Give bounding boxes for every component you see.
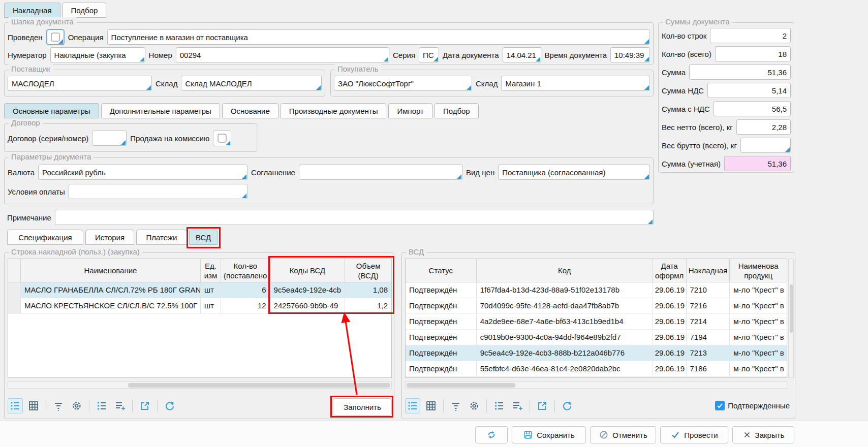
sum-field[interactable]: 51,36 [689, 65, 791, 80]
table-row[interactable]: МАСЛО КРЕСТЬЯНСКОЕ СЛ/СЛ.В/С 72.5% 100Г … [8, 298, 391, 314]
commission-checkbox[interactable] [213, 130, 231, 146]
table-grid-button[interactable] [26, 398, 41, 413]
tab-selection[interactable]: Подбор [63, 3, 107, 18]
save-button[interactable]: Сохранить [512, 426, 586, 443]
table-row[interactable]: Подтверждён 1f67fda4-b13d-423d-88a9-51f0… [406, 282, 787, 298]
confirmed-filter[interactable]: Подтвержденные [715, 401, 790, 410]
refresh-button[interactable] [475, 426, 508, 443]
row-selector-cell [8, 298, 21, 313]
sum-with-vat-field[interactable]: 56,5 [714, 101, 791, 116]
gross-weight-field[interactable] [740, 138, 791, 153]
col-invoice-header[interactable]: Накладная [687, 259, 730, 282]
contract-number-input[interactable] [92, 131, 127, 146]
doc-date-input[interactable]: 14.04.21 [503, 47, 541, 62]
fill-button[interactable]: Заполнить [333, 398, 392, 416]
price-type-input[interactable]: Поставщика (согласованная) [498, 165, 650, 180]
settings-button[interactable] [69, 398, 84, 413]
supplier-input[interactable]: МАСЛОДЕЛ [8, 76, 152, 91]
tab-invoice[interactable]: Накладная [4, 3, 60, 18]
col-product-header[interactable]: Наименова продукц [730, 259, 787, 282]
post-button[interactable]: Провести [660, 426, 728, 443]
posted-label: Проведен [8, 33, 43, 42]
agreement-input[interactable] [299, 165, 462, 180]
col-vsd-volume-header[interactable]: Объем (ВСД) [345, 259, 391, 282]
table-row[interactable]: МАСЛО ГРАНАБЕЛЛА СЛ/СЛ.72% РБ 180Г GRAN … [8, 282, 391, 298]
vsd-vertical-scrollbar[interactable] [788, 259, 794, 378]
confirmed-checkbox[interactable] [715, 401, 725, 410]
table-row[interactable]: Подтверждён 55efbfc4-d63e-46ea-81c4-2e08… [406, 361, 787, 377]
col-code-header[interactable]: Код [477, 259, 653, 282]
reload-button[interactable] [162, 398, 177, 413]
numbered-list-button[interactable] [94, 398, 109, 413]
numerator-input[interactable]: Накладные (закупка [50, 47, 145, 62]
filter-button[interactable] [448, 398, 463, 413]
tab-specification[interactable]: Спецификация [7, 230, 83, 245]
scrollbar-thumb[interactable] [128, 383, 390, 388]
table-row[interactable]: Подтверждён 4a2de9ee-68e7-4a6e-bf63-413c… [406, 314, 787, 330]
add-rows-icon [511, 400, 523, 412]
open-external-button[interactable] [137, 398, 152, 413]
col-name-header[interactable]: Наименование [21, 259, 201, 282]
operation-input[interactable]: Поступление в магазин от поставщика [107, 29, 650, 45]
tab-additional-params[interactable]: Дополнительные параметры [101, 103, 220, 118]
series-input[interactable]: ПС [419, 47, 439, 62]
sum-label: Сумма НДС [662, 86, 704, 95]
add-rows-button[interactable] [112, 398, 128, 413]
doc-time-input[interactable]: 10:49:39 [610, 47, 650, 62]
tab-payments[interactable]: Платежи [136, 230, 187, 245]
table-row[interactable]: Подтверждён c9019b0e-9300-4c0a-94dd-f964… [406, 330, 787, 345]
list-view-button[interactable] [8, 398, 23, 413]
tab-selection-2[interactable]: Подбор [435, 103, 479, 118]
buyer-name: ЗАО "ЛюксСофтТорг" [338, 79, 414, 88]
buyer-warehouse-input[interactable]: Магазин 1 [501, 76, 650, 91]
close-button[interactable]: Закрыть [732, 426, 794, 443]
cell-code: 1f67fda4-b13d-423d-88a9-51f02e13178b [477, 282, 653, 298]
sum-label: Сумма (учетная) [662, 159, 721, 168]
operation-label: Операция [68, 33, 104, 42]
lines-count-field[interactable]: 2 [710, 28, 791, 43]
doc-date-value: 14.04.21 [507, 51, 536, 59]
col-date-header[interactable]: Дата оформл [653, 259, 687, 282]
list-view-button[interactable] [405, 398, 420, 413]
lines-horizontal-scrollbar[interactable] [8, 381, 392, 389]
tab-import[interactable]: Импорт [388, 103, 432, 118]
cancel-button[interactable]: Отменить [590, 426, 656, 443]
tab-derived-docs[interactable]: Производные документы [281, 103, 387, 118]
posted-checkbox[interactable] [46, 29, 65, 45]
col-vsd-codes-header[interactable]: Коды ВСД [270, 259, 346, 282]
doc-params-group: Параметры документа Валюта Российский ру… [4, 157, 654, 204]
tab-main-params-label: Основные параметры [13, 107, 90, 115]
total-qty-field[interactable]: 18 [715, 46, 791, 61]
col-unit-header[interactable]: Ед. изм [201, 259, 221, 282]
vsd-horizontal-scrollbar[interactable] [405, 381, 787, 389]
accounting-sum-field[interactable]: 51,36 [724, 156, 791, 171]
tab-basis[interactable]: Основание [222, 103, 278, 118]
table-grid-button[interactable] [423, 398, 439, 413]
selector-column-header[interactable] [8, 259, 21, 282]
supplier-warehouse-input[interactable]: Склад МАСЛОДЕЛ [181, 76, 322, 91]
col-status-header[interactable]: Статус [406, 259, 477, 282]
note-input[interactable] [55, 210, 654, 225]
settings-gear-icon [71, 400, 83, 412]
numbered-list-button[interactable] [491, 398, 507, 413]
number-input[interactable]: 00294 [176, 47, 389, 62]
settings-button[interactable] [467, 398, 482, 413]
table-row[interactable]: Подтверждён 9c5ea4c9-192e-4cb3-888b-b212… [406, 345, 787, 361]
scrollbar-thumb[interactable] [407, 383, 515, 388]
open-external-button[interactable] [535, 398, 550, 413]
tab-history[interactable]: История [85, 230, 134, 245]
reload-button[interactable] [560, 398, 575, 413]
filter-button[interactable] [51, 398, 66, 413]
currency-input[interactable]: Российский рубль [38, 165, 247, 180]
tab-vsd[interactable]: ВСД [189, 230, 218, 245]
table-row[interactable]: Подтверждён 70d4099c-95fe-4128-aefd-daa4… [406, 298, 787, 314]
add-rows-button[interactable] [510, 398, 525, 413]
net-weight-field[interactable]: 2,28 [736, 119, 791, 135]
vat-sum-field[interactable]: 5,14 [707, 83, 791, 98]
scrollbar-thumb[interactable] [790, 284, 793, 333]
payment-terms-input[interactable] [69, 184, 247, 199]
buyer-input[interactable]: ЗАО "ЛюксСофтТорг" [334, 76, 472, 91]
tab-basis-label: Основание [231, 107, 270, 115]
col-qty-header[interactable]: Кол-во (поставлено [221, 259, 270, 282]
tab-main-params[interactable]: Основные параметры [4, 103, 99, 118]
